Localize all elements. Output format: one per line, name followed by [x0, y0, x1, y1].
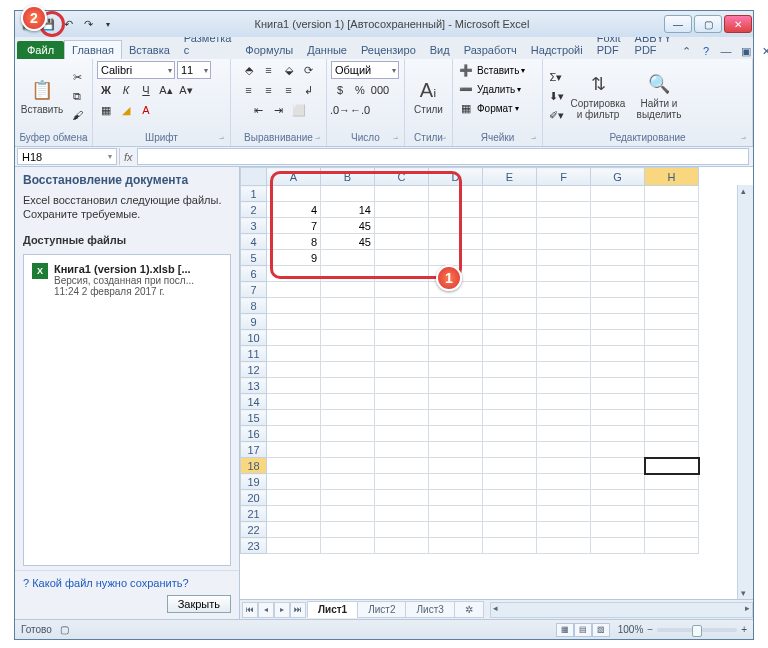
new-sheet-icon[interactable]: ✲: [454, 601, 484, 618]
cell-H21[interactable]: [645, 506, 699, 522]
underline-button[interactable]: Ч: [137, 81, 155, 99]
sort-filter-button[interactable]: ⇅ Сортировка и фильтр: [568, 66, 628, 126]
align-middle-icon[interactable]: ≡: [260, 61, 278, 79]
cell-A1[interactable]: [267, 186, 321, 202]
cell-C4[interactable]: [375, 234, 429, 250]
cell-D6[interactable]: [429, 266, 483, 282]
cell-E3[interactable]: [483, 218, 537, 234]
clear-icon[interactable]: ✐▾: [547, 106, 565, 124]
cell-H18[interactable]: [645, 458, 699, 474]
save-icon[interactable]: 💾: [39, 15, 57, 33]
cell-D12[interactable]: [429, 362, 483, 378]
cell-B23[interactable]: [321, 538, 375, 554]
col-header-A[interactable]: A: [267, 168, 321, 186]
paste-button[interactable]: 📋 Вставить: [19, 66, 65, 126]
cell-A23[interactable]: [267, 538, 321, 554]
cell-G6[interactable]: [591, 266, 645, 282]
cell-B10[interactable]: [321, 330, 375, 346]
cell-E10[interactable]: [483, 330, 537, 346]
cell-B2[interactable]: 14: [321, 202, 375, 218]
cell-F9[interactable]: [537, 314, 591, 330]
cell-C14[interactable]: [375, 394, 429, 410]
cell-H1[interactable]: [645, 186, 699, 202]
cell-D7[interactable]: [429, 282, 483, 298]
horizontal-scrollbar[interactable]: [490, 602, 753, 618]
cell-D19[interactable]: [429, 474, 483, 490]
tab-developer[interactable]: Разработч: [457, 41, 524, 59]
col-header-C[interactable]: C: [375, 168, 429, 186]
number-format-select[interactable]: Общий: [331, 61, 399, 79]
find-select-button[interactable]: 🔍 Найти и выделить: [631, 66, 687, 126]
redo-icon[interactable]: ↷: [79, 15, 97, 33]
qat-dropdown-icon[interactable]: ▾: [99, 15, 117, 33]
cell-F10[interactable]: [537, 330, 591, 346]
col-header-H[interactable]: H: [645, 168, 699, 186]
cell-B7[interactable]: [321, 282, 375, 298]
col-header-G[interactable]: G: [591, 168, 645, 186]
cell-G17[interactable]: [591, 442, 645, 458]
cell-A9[interactable]: [267, 314, 321, 330]
zoom-slider[interactable]: [657, 628, 737, 632]
maximize-button[interactable]: ▢: [694, 15, 722, 33]
cell-G4[interactable]: [591, 234, 645, 250]
decrease-decimal-icon[interactable]: ←.0: [351, 101, 369, 119]
cell-C11[interactable]: [375, 346, 429, 362]
cell-F20[interactable]: [537, 490, 591, 506]
cell-A11[interactable]: [267, 346, 321, 362]
italic-button[interactable]: К: [117, 81, 135, 99]
formula-input[interactable]: [137, 148, 749, 165]
fill-color-icon[interactable]: ◢: [117, 101, 135, 119]
cell-C21[interactable]: [375, 506, 429, 522]
row-header-6[interactable]: 6: [241, 266, 267, 282]
merge-icon[interactable]: ⬜: [290, 101, 308, 119]
cell-F6[interactable]: [537, 266, 591, 282]
cell-F23[interactable]: [537, 538, 591, 554]
row-header-18[interactable]: 18: [241, 458, 267, 474]
cut-icon[interactable]: ✂: [68, 68, 86, 86]
cell-G10[interactable]: [591, 330, 645, 346]
cell-H13[interactable]: [645, 378, 699, 394]
styles-button[interactable]: Aᵢ Стили: [409, 66, 448, 126]
decrease-indent-icon[interactable]: ⇤: [250, 101, 268, 119]
row-header-11[interactable]: 11: [241, 346, 267, 362]
cell-C9[interactable]: [375, 314, 429, 330]
cell-H23[interactable]: [645, 538, 699, 554]
cell-F22[interactable]: [537, 522, 591, 538]
tab-data[interactable]: Данные: [300, 41, 354, 59]
cell-G15[interactable]: [591, 410, 645, 426]
cell-G7[interactable]: [591, 282, 645, 298]
row-header-22[interactable]: 22: [241, 522, 267, 538]
cell-D11[interactable]: [429, 346, 483, 362]
cell-G8[interactable]: [591, 298, 645, 314]
cell-D17[interactable]: [429, 442, 483, 458]
fill-icon[interactable]: ⬇▾: [547, 87, 565, 105]
view-pagebreak-icon[interactable]: ▧: [592, 623, 610, 637]
align-top-icon[interactable]: ⬘: [240, 61, 258, 79]
cell-D15[interactable]: [429, 410, 483, 426]
cell-H16[interactable]: [645, 426, 699, 442]
cell-E17[interactable]: [483, 442, 537, 458]
close-button[interactable]: ✕: [724, 15, 752, 33]
cell-D22[interactable]: [429, 522, 483, 538]
cell-G3[interactable]: [591, 218, 645, 234]
cell-A15[interactable]: [267, 410, 321, 426]
cell-E1[interactable]: [483, 186, 537, 202]
cell-E11[interactable]: [483, 346, 537, 362]
recovery-file-item[interactable]: X Книга1 (version 1).xlsb [... Версия, с…: [28, 259, 226, 301]
cell-D14[interactable]: [429, 394, 483, 410]
cell-A18[interactable]: [267, 458, 321, 474]
cell-F2[interactable]: [537, 202, 591, 218]
cell-D16[interactable]: [429, 426, 483, 442]
help-icon[interactable]: ?: [698, 43, 714, 59]
cell-G20[interactable]: [591, 490, 645, 506]
cell-H5[interactable]: [645, 250, 699, 266]
cell-G19[interactable]: [591, 474, 645, 490]
delete-cells-icon[interactable]: ➖: [457, 80, 475, 98]
align-right-icon[interactable]: ≡: [280, 81, 298, 99]
cell-E20[interactable]: [483, 490, 537, 506]
sheet-tab-1[interactable]: Лист1: [307, 601, 358, 618]
shrink-font-icon[interactable]: A▾: [177, 81, 195, 99]
cell-F16[interactable]: [537, 426, 591, 442]
sheet-nav-first-icon[interactable]: ⏮: [242, 602, 258, 618]
cell-H22[interactable]: [645, 522, 699, 538]
